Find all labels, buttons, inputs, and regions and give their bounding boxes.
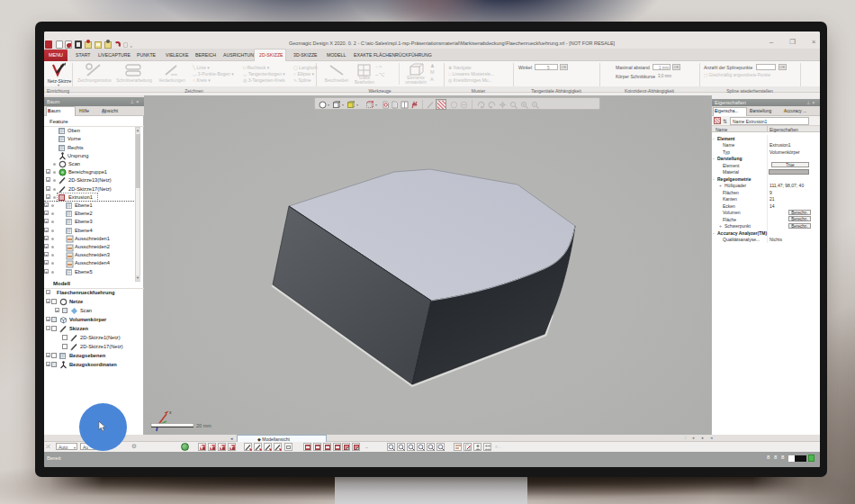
svg-text:x: x [169, 410, 172, 415]
svg-text:20 mm: 20 mm [196, 423, 212, 428]
